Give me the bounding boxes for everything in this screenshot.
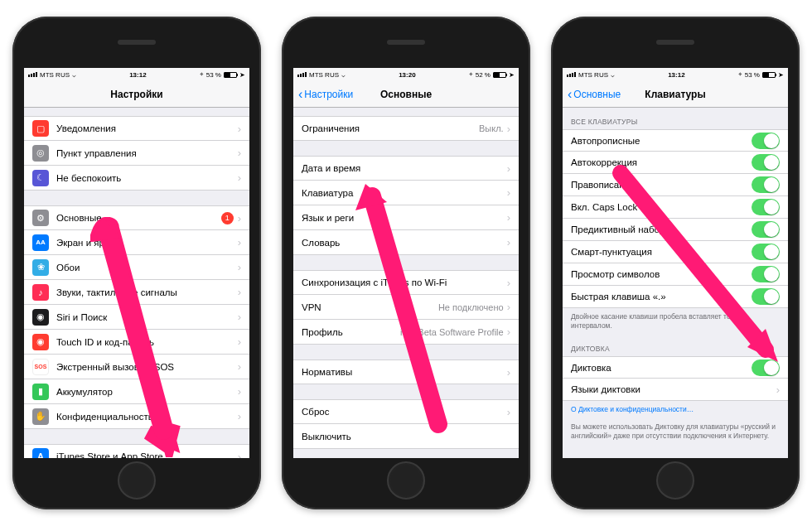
signal-icon [297, 72, 307, 77]
carrier-label: MTS RUS [578, 71, 608, 79]
nav-bar: ‹Основные Клавиатуры [563, 81, 788, 108]
row-spelling[interactable]: Правописание [563, 174, 788, 196]
row-general[interactable]: ⚙Основные1› [24, 205, 249, 230]
battery-icon [493, 72, 506, 78]
wifi-icon: ⌵ [72, 71, 76, 79]
screen-1: MTS RUS ⌵ 13:12 ⌖ 53 % ➤ Настройки ▢Увед… [24, 68, 249, 458]
row-profile[interactable]: ПрофильiOS Beta Software Profile› [293, 320, 519, 345]
chevron-right-icon: › [238, 311, 241, 323]
chevron-right-icon: › [238, 360, 241, 373]
row-shortcut[interactable]: Быстрая клавиша «.» [563, 286, 788, 308]
phone-frame-3: MTS RUS⌵ 13:12 ⌖53 %➤ ‹Основные Клавиату… [551, 17, 800, 509]
toggle-switch[interactable] [752, 244, 780, 260]
battery-pct: 53 % [206, 71, 221, 79]
row-capslock[interactable]: Вкл. Caps Lock [563, 196, 788, 219]
toggle-switch[interactable] [752, 176, 780, 193]
toggle-switch[interactable] [752, 133, 780, 149]
chevron-right-icon: › [507, 301, 510, 313]
row-sounds[interactable]: ♪Звуки, тактильные сигналы› [24, 280, 249, 305]
row-control-center[interactable]: ◎Пункт управления› [24, 141, 249, 166]
general-list[interactable]: ОграниченияВыкл.› Дата и время› Клавиату… [293, 108, 519, 458]
row-dictionary[interactable]: Словарь› [293, 230, 519, 255]
itunes-icon: A [32, 448, 49, 458]
row-regulatory[interactable]: Нормативы› [293, 360, 519, 384]
chevron-right-icon: › [238, 147, 241, 159]
row-dnd[interactable]: ☾Не беспокоить› [24, 166, 249, 191]
signal-icon [28, 72, 37, 77]
privacy-icon: ✋ [32, 408, 49, 425]
row-touchid[interactable]: ◉Touch ID и код-пароль› [24, 330, 249, 355]
footer-note-dictation: Вы можете использовать Диктовку для клав… [563, 418, 788, 445]
row-autocaps[interactable]: Автопрописные [563, 129, 788, 152]
chevron-right-icon: › [238, 236, 241, 249]
toggle-switch[interactable] [752, 199, 780, 215]
settings-list[interactable]: ▢Уведомления› ◎Пункт управления› ☾Не бес… [24, 108, 249, 458]
row-notifications[interactable]: ▢Уведомления› [24, 116, 249, 141]
toggle-switch[interactable] [752, 154, 780, 171]
toggle-switch[interactable] [752, 221, 780, 238]
battery-icon [762, 72, 776, 78]
general-icon: ⚙ [32, 210, 49, 226]
row-siri[interactable]: ◉Siri и Поиск› [24, 305, 249, 330]
dnd-icon: ☾ [32, 170, 49, 186]
row-display[interactable]: AAЭкран и яр› [24, 230, 249, 255]
chevron-right-icon: › [238, 286, 241, 298]
nav-bar: Настройки [24, 81, 249, 108]
notifications-icon: ▢ [32, 120, 49, 137]
row-shutdown[interactable]: Выключить [293, 424, 519, 449]
toggle-switch[interactable] [752, 360, 780, 376]
row-predictive[interactable]: Предиктивный набор [563, 219, 788, 241]
carrier-label: MTS RUS [40, 71, 70, 79]
toggle-switch[interactable] [752, 288, 780, 305]
wallpaper-icon: ❀ [32, 259, 49, 276]
screen-2: MTS RUS⌵ 13:20 ⌖52 %➤ ‹Настройки Основны… [293, 68, 519, 458]
row-battery[interactable]: ▮Аккумулятор› [24, 379, 249, 404]
section-header-all: ВСЕ КЛАВИАТУРЫ [563, 108, 788, 129]
back-button[interactable]: ‹Основные [568, 87, 621, 102]
chevron-right-icon: › [238, 123, 241, 135]
row-restrictions[interactable]: ОграниченияВыкл.› [293, 116, 519, 141]
battery-icon [224, 72, 237, 78]
row-vpn[interactable]: VPNНе подключено› [293, 295, 519, 320]
row-smartpunct[interactable]: Смарт-пунктуация [563, 241, 788, 263]
row-itunes[interactable]: AiTunes Store и App Store› [24, 444, 249, 458]
row-keyboard[interactable]: Клавиатура› [293, 181, 519, 205]
location-icon: ➤ [778, 71, 784, 79]
row-privacy[interactable]: ✋Конфиденциальность› [24, 404, 249, 429]
row-itunes-wifi[interactable]: Синхронизация с iTunes по Wi-Fi› [293, 270, 519, 295]
row-reset[interactable]: Сброс› [293, 399, 519, 424]
toggle-switch[interactable] [752, 266, 780, 282]
sos-icon: SOS [32, 359, 49, 375]
page-title: Настройки [110, 89, 162, 100]
chevron-right-icon: › [238, 385, 241, 398]
control-center-icon: ◎ [32, 145, 49, 162]
battery-settings-icon: ▮ [32, 384, 49, 400]
row-autocorrect[interactable]: Автокоррекция [563, 152, 788, 174]
row-datetime[interactable]: Дата и время› [293, 156, 519, 181]
bluetooth-icon: ⌖ [738, 70, 742, 79]
status-bar: MTS RUS ⌵ 13:12 ⌖ 53 % ➤ [24, 68, 249, 81]
badge-count: 1 [221, 212, 234, 224]
row-charpreview[interactable]: Просмотр символов [563, 263, 788, 286]
display-icon: AA [32, 234, 49, 251]
row-dictation-langs[interactable]: Языки диктовки› [563, 379, 788, 401]
footer-note-space: Двойное касание клавиши пробела вставляе… [563, 308, 788, 335]
back-button[interactable]: ‹Настройки [298, 87, 353, 102]
sounds-icon: ♪ [32, 284, 49, 301]
battery-pct: 52 % [476, 71, 491, 79]
chevron-right-icon: › [776, 384, 780, 396]
chevron-right-icon: › [507, 211, 510, 224]
chevron-left-icon: ‹ [298, 87, 302, 102]
row-language[interactable]: Язык и реги› [293, 205, 519, 230]
row-sos[interactable]: SOSЭкстренный вызов — SOS› [24, 355, 249, 379]
touchid-icon: ◉ [32, 334, 49, 350]
location-icon: ➤ [509, 71, 515, 79]
keyboards-list[interactable]: ВСЕ КЛАВИАТУРЫ Автопрописные Автокоррекц… [563, 108, 788, 458]
status-bar: MTS RUS⌵ 13:12 ⌖53 %➤ [563, 68, 788, 81]
chevron-right-icon: › [507, 186, 510, 199]
row-dictation[interactable]: Диктовка [563, 356, 788, 379]
dictation-privacy-link[interactable]: О Диктовке и конфиденциальности… [563, 401, 788, 418]
battery-pct: 53 % [745, 71, 760, 79]
status-time: 13:12 [129, 71, 146, 79]
row-wallpaper[interactable]: ❀Обои› [24, 255, 249, 280]
